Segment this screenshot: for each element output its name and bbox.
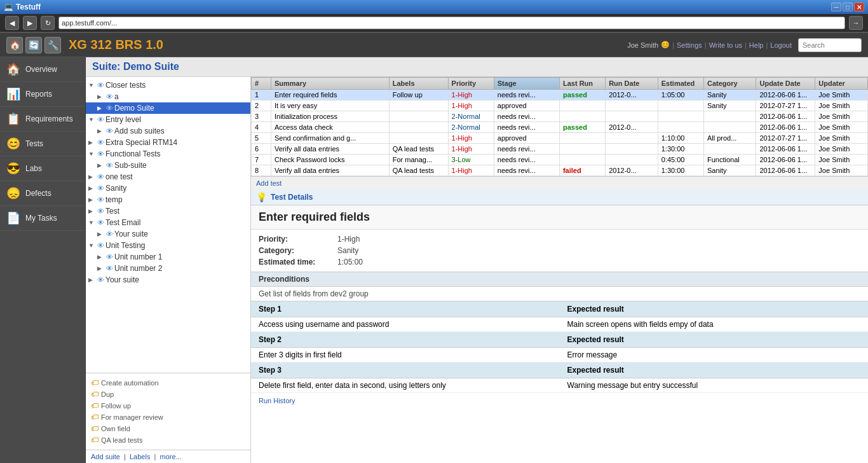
refresh-icon-btn[interactable]: 🔄 (25, 37, 42, 53)
table-header-num[interactable]: # (252, 78, 271, 90)
step-content-row: Access using username and passwordMain s… (251, 317, 868, 332)
node-label: Extra Special RTM14 (105, 138, 177, 147)
table-cell: 2012-07-27 1... (756, 100, 815, 111)
home-icon-btn[interactable]: 🏠 (6, 37, 23, 53)
tree-node[interactable]: ▼👁Closer tests (86, 79, 250, 91)
sidebar-item-requirements[interactable]: 📋 Requirements (0, 107, 85, 132)
table-header-run_date[interactable]: Run Date (606, 78, 658, 90)
label-text: QA lead tests (101, 436, 142, 444)
sidebar-item-overview[interactable]: 🏠 Overview (0, 57, 85, 82)
label-text: For manager review (101, 413, 163, 421)
test-details-title: Enter required fields (259, 211, 860, 224)
step-label: Step 3 (251, 363, 560, 378)
table-cell: Joe Smith (815, 122, 868, 133)
label-item[interactable]: 🏷For manager review (88, 411, 248, 423)
table-header-updater[interactable]: Updater (815, 78, 868, 90)
search-input[interactable] (798, 38, 862, 52)
settings-icon-btn[interactable]: 🔧 (44, 37, 61, 53)
label-item[interactable]: 🏷Own field (88, 423, 248, 434)
tree-node[interactable]: ▼👁Unit Testing (86, 240, 250, 251)
label-item[interactable]: 🏷Follow up (88, 400, 248, 411)
forward-button[interactable]: ▶ (23, 16, 37, 30)
table-header-estimated[interactable]: Estimated (658, 78, 703, 90)
tree-node[interactable]: ▼👁Test Email (86, 217, 250, 228)
help-link[interactable]: Help (749, 41, 764, 49)
sidebar-item-my-tasks[interactable]: 📄 My Tasks (0, 206, 85, 231)
add-test-link[interactable]: Add test (256, 179, 281, 187)
tree-node[interactable]: ▶👁a (86, 91, 250, 102)
sidebar-item-reports[interactable]: 📊 Reports (0, 82, 85, 107)
table-header-update_date[interactable]: Update Date (756, 78, 815, 90)
table-row[interactable]: 3Initialization process2-Normalneeds rev… (252, 111, 868, 122)
maximize-button[interactable]: □ (843, 3, 853, 11)
more-link[interactable]: more... (159, 453, 181, 460)
node-label: Your suite (114, 230, 148, 238)
table-row[interactable]: 1Enter required fieldsFollow up1-Highnee… (252, 90, 868, 100)
table-cell: 1-High (448, 144, 494, 155)
tree-node[interactable]: ▶👁Add sub suites (86, 125, 250, 137)
tree-node[interactable]: ▼👁Entry level (86, 114, 250, 125)
table-row[interactable]: 2It is very easy1-HighapprovedSanity2012… (252, 100, 868, 111)
label-item[interactable]: 🏷QA lead tests (88, 434, 248, 446)
settings-link[interactable]: Settings (677, 41, 702, 49)
home-icon: 🏠 (6, 62, 20, 76)
tree-node[interactable]: ▶👁temp (86, 194, 250, 205)
table-header-summary[interactable]: Summary (271, 78, 389, 90)
table-row[interactable]: 6Verify all data entriesQA lead tests1-H… (252, 144, 868, 155)
table-cell: 1:10:00 (658, 133, 703, 144)
table-header-priority[interactable]: Priority (448, 78, 494, 90)
expand-icon: ▶ (88, 139, 96, 146)
table-cell (606, 111, 658, 122)
tree-node[interactable]: ▶👁Demo Suite (86, 102, 250, 114)
table-row[interactable]: 5Send confirmation and g...1-Highapprove… (252, 133, 868, 144)
labels-section: 🏷Create automation🏷Dup🏷Follow up🏷For man… (86, 373, 250, 450)
tree-node[interactable]: ▶👁Sanity (86, 183, 250, 194)
table-row[interactable]: 8Verify all data entriesQA lead tests1-H… (252, 165, 868, 176)
label-item[interactable]: 🏷Dup (88, 389, 248, 400)
label-item[interactable]: 🏷Create automation (88, 377, 248, 389)
back-button[interactable]: ◀ (5, 16, 19, 30)
tree-node[interactable]: ▶👁Your suite (86, 274, 250, 286)
table-cell: Verify all data entries (271, 165, 389, 176)
table-row[interactable]: 4Access data check2-Normalneeds revi...p… (252, 122, 868, 133)
defects-icon: 😞 (6, 186, 20, 200)
expand-icon: ▶ (97, 265, 105, 272)
tree-node[interactable]: ▼👁Functional Tests (86, 148, 250, 160)
table-header-labels[interactable]: Labels (389, 78, 448, 90)
tree-node[interactable]: ▶👁Extra Special RTM14 (86, 137, 250, 148)
table-row[interactable]: 7Check Password locksFor manag...3-Lowne… (252, 155, 868, 165)
logout-link[interactable]: Logout (770, 41, 792, 49)
sidebar-item-defects[interactable]: 😞 Defects (0, 181, 85, 206)
labels-link[interactable]: Labels (130, 453, 150, 460)
expand-icon: ▶ (97, 128, 105, 134)
refresh-button[interactable]: ↻ (41, 16, 55, 30)
sidebar-item-tests[interactable]: 😊 Tests (0, 132, 85, 156)
node-eye-icon: 👁 (106, 162, 113, 169)
url-bar[interactable] (58, 17, 845, 29)
go-button[interactable]: → (849, 16, 863, 30)
table-cell (389, 122, 448, 133)
table-header-stage[interactable]: Stage (494, 78, 559, 90)
minimize-button[interactable]: ─ (831, 3, 841, 11)
label-icon: 🏷 (91, 424, 98, 433)
close-button[interactable]: ✕ (854, 3, 864, 11)
sidebar-item-labs[interactable]: 😎 Labs (0, 156, 85, 181)
tree-node[interactable]: ▶👁Your suite (86, 228, 250, 240)
sidebar-label-requirements: Requirements (25, 114, 73, 123)
table-cell: Joe Smith (815, 144, 868, 155)
label-text: Dup (101, 390, 114, 398)
tree-node[interactable]: ▶👁Unit number 1 (86, 251, 250, 263)
tree-node[interactable]: ▶👁Unit number 2 (86, 263, 250, 274)
table-cell: Joe Smith (815, 90, 868, 100)
table-header-last_run[interactable]: Last Run (559, 78, 605, 90)
node-eye-icon: 👁 (106, 104, 113, 112)
run-history-link[interactable]: Run History (259, 397, 295, 404)
table-header-category[interactable]: Category (703, 78, 756, 90)
tree-node[interactable]: ▶👁Sub-suite (86, 160, 250, 171)
table-cell: needs revi... (494, 90, 559, 100)
tree-node[interactable]: ▶👁Test (86, 205, 250, 217)
write-to-us-link[interactable]: Write to us (709, 41, 742, 49)
table-cell: 2012-07-27 1... (756, 133, 815, 144)
add-suite-link[interactable]: Add suite (91, 453, 120, 460)
tree-node[interactable]: ▶👁one test (86, 171, 250, 183)
